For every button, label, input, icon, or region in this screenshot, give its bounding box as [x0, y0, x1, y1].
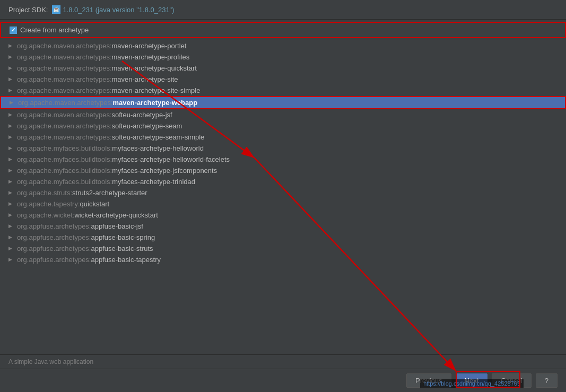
status-text: A simple Java web application	[8, 358, 93, 365]
item-prefix: org.apache.maven.archetypes:	[17, 122, 112, 130]
archetype-list-scroll[interactable]: ▶org.apache.maven.archetypes:maven-arche…	[0, 40, 566, 354]
list-item[interactable]: ▶org.apache.maven.archetypes:maven-arche…	[0, 63, 566, 74]
item-prefix: org.apache.maven.archetypes:	[17, 53, 112, 61]
sdk-icon: ☕	[52, 5, 60, 14]
list-item[interactable]: ▶org.apache.maven.archetypes:maven-arche…	[0, 74, 566, 85]
list-item[interactable]: ▶org.apache.maven.archetypes:maven-arche…	[0, 40, 566, 51]
item-suffix: myfaces-archetype-trinidad	[112, 178, 195, 186]
expand-arrow-icon: ▶	[8, 246, 15, 252]
list-item[interactable]: ▶org.apache.struts:struts2-archetype-sta…	[0, 187, 566, 198]
item-prefix: org.appfuse.archetypes:	[17, 245, 91, 252]
item-suffix: maven-archetype-quickstart	[112, 64, 197, 72]
watermark: https://blog.csdnimg.cn/qq_42528769	[420, 379, 524, 388]
item-suffix: myfaces-archetype-jsfcomponents	[112, 167, 217, 175]
item-suffix: maven-archetype-site	[112, 75, 178, 83]
item-prefix: org.apache.maven.archetypes:	[17, 42, 112, 50]
expand-arrow-icon: ▶	[8, 76, 15, 83]
item-suffix: softeu-archetype-jsf	[112, 111, 172, 119]
list-item[interactable]: ▶org.apache.myfaces.buildtools:myfaces-a…	[0, 143, 566, 154]
list-item[interactable]: ▶org.apache.maven.archetypes:maven-arche…	[0, 51, 566, 63]
sdk-label: Project SDK:	[8, 6, 48, 14]
expand-arrow-icon: ▶	[8, 134, 15, 141]
archetype-list-container: ▶org.apache.maven.archetypes:maven-arche…	[0, 40, 566, 354]
item-suffix: softeu-archetype-seam-simple	[112, 133, 205, 141]
item-suffix: maven-archetype-site-simple	[112, 86, 201, 94]
item-prefix: org.apache.maven.archetypes:	[17, 75, 112, 83]
expand-arrow-icon: ▶	[10, 100, 16, 106]
item-prefix: org.apache.tapestry:	[17, 200, 80, 208]
expand-arrow-icon: ▶	[8, 223, 15, 230]
sdk-row: Project SDK: ☕ 1.8.0_231 (java version "…	[0, 0, 566, 20]
list-item[interactable]: ▶org.apache.myfaces.buildtools:myfaces-a…	[0, 165, 566, 176]
expand-arrow-icon: ▶	[8, 190, 15, 196]
expand-arrow-icon: ▶	[8, 54, 15, 60]
item-prefix: org.apache.myfaces.buildtools:	[17, 167, 112, 175]
create-from-archetype-checkbox[interactable]: ✓ Create from archetype	[10, 26, 89, 34]
checkbox-icon[interactable]: ✓	[10, 27, 17, 34]
list-item[interactable]: ▶org.apache.maven.archetypes:maven-arche…	[0, 85, 566, 96]
list-item[interactable]: ▶org.appfuse.archetypes:appfuse-basic-js…	[0, 221, 566, 232]
item-suffix: maven-archetype-webapp	[113, 99, 198, 107]
list-item[interactable]: ▶org.appfuse.archetypes:appfuse-basic-st…	[0, 243, 566, 254]
item-prefix: org.apache.myfaces.buildtools:	[17, 178, 112, 186]
new-project-dialog: Project SDK: ☕ 1.8.0_231 (java version "…	[0, 0, 566, 392]
item-prefix: org.apache.maven.archetypes:	[17, 133, 112, 141]
list-item[interactable]: ▶org.apache.maven.archetypes:softeu-arch…	[0, 120, 566, 132]
list-item[interactable]: ▶org.apache.wicket:wicket-archetype-quic…	[0, 210, 566, 221]
item-suffix: appfuse-basic-jsf	[91, 222, 143, 230]
list-item[interactable]: ▶org.apache.maven.archetypes:softeu-arch…	[0, 109, 566, 120]
expand-arrow-icon: ▶	[8, 88, 15, 94]
item-suffix: softeu-archetype-seam	[112, 122, 182, 130]
expand-arrow-icon: ▶	[8, 179, 15, 185]
list-item[interactable]: ▶org.apache.tapestry:quickstart	[0, 198, 566, 210]
item-suffix: struts2-archetype-starter	[72, 189, 147, 197]
list-item[interactable]: ▶org.appfuse.archetypes:appfuse-basic-sp…	[0, 232, 566, 243]
sdk-value: 1.8.0_231 (java version "1.8.0_231")	[63, 6, 174, 14]
expand-arrow-icon: ▶	[8, 123, 15, 129]
list-item[interactable]: ▶org.apache.maven.archetypes:maven-arche…	[0, 96, 566, 109]
expand-arrow-icon: ▶	[8, 112, 15, 118]
item-prefix: org.apache.maven.archetypes:	[18, 99, 113, 107]
expand-arrow-icon: ▶	[8, 43, 15, 49]
item-prefix: org.appfuse.archetypes:	[17, 256, 91, 264]
item-suffix: quickstart	[80, 200, 110, 208]
archetype-row[interactable]: ✓ Create from archetype	[0, 22, 566, 38]
item-suffix: myfaces-archetype-helloworld	[112, 144, 204, 152]
item-prefix: org.apache.maven.archetypes:	[17, 86, 112, 94]
item-prefix: org.appfuse.archetypes:	[17, 222, 91, 230]
item-prefix: org.appfuse.archetypes:	[17, 233, 91, 241]
item-suffix: appfuse-basic-tapestry	[91, 256, 161, 264]
item-prefix: org.apache.myfaces.buildtools:	[17, 155, 112, 163]
item-prefix: org.apache.maven.archetypes:	[17, 111, 112, 119]
expand-arrow-icon: ▶	[8, 234, 15, 241]
item-suffix: wicket-archetype-quickstart	[74, 211, 158, 219]
item-prefix: org.apache.maven.archetypes:	[17, 64, 112, 72]
list-item[interactable]: ▶org.apache.myfaces.buildtools:myfaces-a…	[0, 154, 566, 165]
expand-arrow-icon: ▶	[8, 65, 15, 72]
item-suffix: appfuse-basic-struts	[91, 245, 153, 252]
item-suffix: appfuse-basic-spring	[91, 233, 155, 241]
help-button[interactable]: ?	[536, 373, 558, 388]
expand-arrow-icon: ▶	[8, 212, 15, 219]
expand-arrow-icon: ▶	[8, 145, 15, 152]
item-suffix: maven-archetype-portlet	[112, 42, 187, 50]
list-item[interactable]: ▶org.apache.maven.archetypes:softeu-arch…	[0, 132, 566, 143]
expand-arrow-icon: ▶	[8, 168, 15, 174]
archetype-checkbox-label: Create from archetype	[20, 26, 89, 34]
item-suffix: maven-archetype-profiles	[112, 53, 190, 61]
item-prefix: org.apache.wicket:	[17, 211, 74, 219]
list-item[interactable]: ▶org.apache.myfaces.buildtools:myfaces-a…	[0, 176, 566, 187]
list-item[interactable]: ▶org.appfuse.archetypes:appfuse-basic-ta…	[0, 254, 566, 265]
status-bar: A simple Java web application	[0, 354, 566, 369]
item-prefix: org.apache.struts:	[17, 189, 72, 197]
expand-arrow-icon: ▶	[8, 257, 15, 263]
expand-arrow-icon: ▶	[8, 201, 15, 207]
item-suffix: myfaces-archetype-helloworld-facelets	[112, 155, 230, 163]
item-prefix: org.apache.myfaces.buildtools:	[17, 144, 112, 152]
expand-arrow-icon: ▶	[8, 156, 15, 163]
